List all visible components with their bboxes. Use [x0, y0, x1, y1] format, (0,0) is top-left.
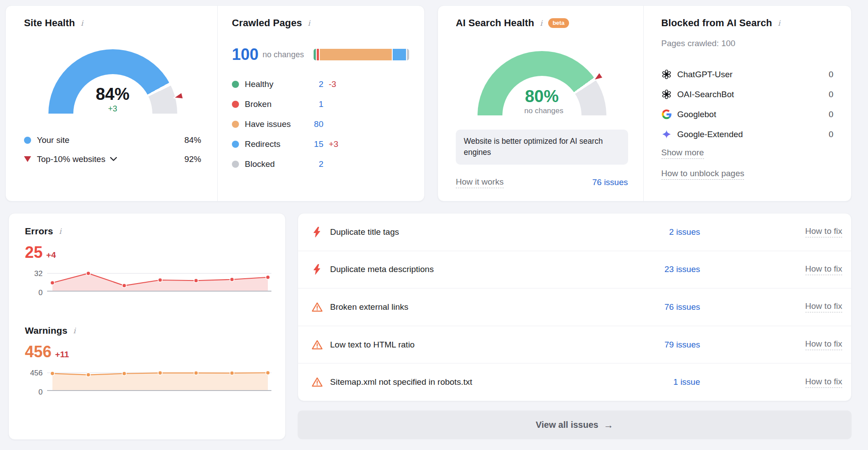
warnings-trend-chart: [47, 371, 271, 394]
legend-dot-icon: [232, 141, 239, 148]
site-health-change: +3: [48, 104, 177, 114]
ai-optimization-note: Website is better optimized for AI searc…: [456, 130, 628, 165]
info-icon[interactable]: i: [80, 20, 84, 27]
ai-search-health-change: no changes: [482, 107, 606, 115]
crawled-legend-row: Broken1: [232, 94, 348, 114]
issue-count-link[interactable]: 1 issue: [616, 377, 700, 387]
site-health-legend: Your site 84% Top-10% websites 92%: [24, 130, 201, 169]
view-all-issues-button[interactable]: View all issues →: [298, 411, 852, 439]
errors-trend-chart: [47, 271, 271, 294]
bar-segment-redirects: [393, 49, 406, 60]
ai-issues-link[interactable]: 76 issues: [592, 178, 628, 187]
y-axis-min: 0: [25, 388, 43, 396]
legend-count-link[interactable]: 2: [303, 159, 323, 169]
crawled-pages-stacked-bar: [314, 49, 409, 60]
legend-dot-icon: [232, 121, 239, 128]
ai-search-health-value: 80%: [478, 88, 606, 105]
site-health-crawled-card: Site Health i 84% +3 Your site 84%: [5, 5, 425, 201]
site-health-title: Site Health: [24, 17, 75, 29]
warnings-sparkline: 456 0: [25, 371, 272, 394]
warnings-change: +11: [55, 350, 69, 359]
top-issues-card: Duplicate title tags2 issuesHow to fixDu…: [298, 213, 852, 401]
legend-count-link[interactable]: 15: [303, 139, 323, 149]
issue-count-link[interactable]: 2 issues: [616, 227, 700, 237]
openai-icon: [661, 89, 672, 99]
errors-count[interactable]: 25: [25, 245, 43, 261]
fix-cell: How to fix: [700, 339, 842, 350]
crawled-pages-change: no changes: [263, 50, 304, 59]
blue-dot-icon: [24, 137, 31, 144]
site-health-value: 84%: [48, 86, 177, 103]
blocked-from-ai-title: Blocked from AI Search: [661, 17, 772, 29]
legend-dot-icon: [232, 101, 239, 108]
issue-row: Duplicate meta descriptions23 issuesHow …: [298, 251, 851, 288]
legend-dot-icon: [232, 161, 239, 168]
info-icon[interactable]: i: [58, 228, 63, 235]
crawled-pages-section: Crawled Pages i 100 no changes Healthy2-…: [217, 6, 424, 201]
warnings-title: Warnings: [25, 325, 68, 336]
warning-icon: [311, 301, 323, 313]
site-health-section: Site Health i 84% +3 Your site 84%: [6, 6, 217, 201]
how-to-fix-link[interactable]: How to fix: [805, 377, 842, 388]
issue-count-link[interactable]: 23 issues: [616, 264, 700, 274]
legend-count-link[interactable]: 80: [303, 119, 323, 129]
issue-title: Low text to HTML ratio: [330, 340, 616, 350]
warnings-count[interactable]: 456: [25, 344, 52, 360]
issue-title: Duplicate title tags: [330, 227, 616, 237]
crawled-legend-row: Healthy2-3: [232, 74, 348, 94]
crawled-legend-row: Have issues80: [232, 114, 348, 134]
legend-value: 84%: [184, 135, 201, 145]
issue-count-link[interactable]: 76 issues: [616, 302, 700, 312]
issue-row: Duplicate title tags2 issuesHow to fix: [298, 213, 851, 251]
ai-search-health-gauge: 80% no changes: [478, 51, 606, 115]
how-to-fix-link[interactable]: How to fix: [805, 226, 842, 237]
site-health-gauge: 84% +3: [48, 49, 177, 114]
bot-name: ChatGPT-User: [677, 70, 733, 79]
how-it-works-link[interactable]: How it works: [456, 177, 504, 188]
google-icon: [661, 109, 672, 119]
legend-label: Healthy: [245, 79, 273, 89]
how-to-unblock-link[interactable]: How to unblock pages: [661, 169, 745, 180]
pages-crawled-label: Pages crawled: 100: [661, 39, 834, 48]
info-icon[interactable]: i: [776, 20, 781, 27]
bar-segment-broken: [317, 49, 319, 60]
bot-row: OAI-SearchBot0: [661, 84, 834, 104]
fix-cell: How to fix: [700, 226, 842, 237]
ai-search-health-section: AI Search Health i beta 80% no changes W…: [438, 6, 643, 201]
issue-count-link[interactable]: 79 issues: [616, 340, 700, 350]
fix-cell: How to fix: [700, 377, 842, 388]
legend-count-link[interactable]: 2: [303, 79, 323, 89]
y-axis-min: 0: [25, 289, 43, 296]
legend-label: Your site: [37, 135, 69, 145]
crawled-legend-row: Redirects15+3: [232, 134, 348, 154]
beta-badge: beta: [548, 18, 569, 28]
bot-row: Google-Extended0: [661, 124, 834, 144]
warning-icon: [311, 376, 323, 388]
show-more-link[interactable]: Show more: [661, 148, 704, 159]
bot-name: Google-Extended: [677, 130, 743, 139]
how-to-fix-link[interactable]: How to fix: [805, 301, 842, 312]
info-icon[interactable]: i: [307, 20, 311, 27]
bot-blocked-count: 0: [828, 70, 833, 79]
info-icon[interactable]: i: [538, 20, 543, 27]
legend-change: -3: [323, 79, 348, 89]
legend-count-link[interactable]: 1: [303, 99, 323, 109]
legend-label: Blocked: [245, 159, 275, 169]
legend-top10-websites[interactable]: Top-10% websites 92%: [24, 150, 201, 169]
info-icon[interactable]: i: [72, 327, 77, 335]
fix-cell: How to fix: [700, 301, 842, 312]
chevron-down-icon[interactable]: [110, 157, 117, 162]
bot-name: Googlebot: [677, 110, 717, 119]
bot-blocked-count: 0: [828, 130, 833, 139]
blocked-from-ai-section: Blocked from AI Search i Pages crawled: …: [643, 6, 852, 201]
how-to-fix-link[interactable]: How to fix: [805, 264, 842, 275]
error-icon: [311, 226, 323, 238]
crawled-pages-total[interactable]: 100: [232, 47, 259, 63]
how-to-fix-link[interactable]: How to fix: [805, 339, 842, 350]
issue-row: Sitemap.xml not specified in robots.txt1…: [298, 363, 851, 401]
view-all-issues-label: View all issues: [536, 420, 598, 430]
issue-title: Sitemap.xml not specified in robots.txt: [330, 377, 616, 387]
bot-name: OAI-SearchBot: [677, 90, 734, 99]
crawled-pages-title: Crawled Pages: [232, 17, 302, 29]
errors-change: +4: [46, 250, 56, 260]
